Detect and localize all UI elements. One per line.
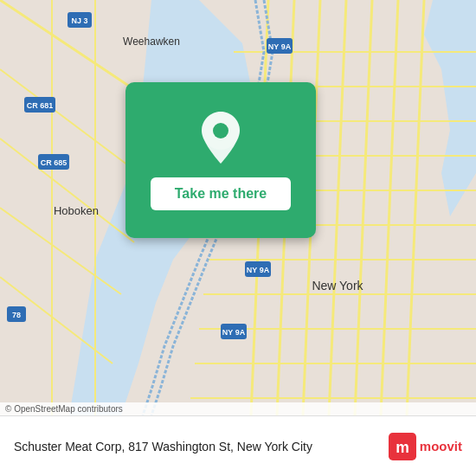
bottom-bar: Schuster Meat Corp, 817 Washington St, N… [0,415,476,476]
moovit-text: moovit [420,439,462,453]
svg-text:NY 9A: NY 9A [268,42,292,51]
svg-text:78: 78 [12,311,21,319]
map-container: NJ 3 CR 681 CR 685 NY 9A NY 9A NY 9A 78 … [0,0,476,415]
svg-text:CR 681: CR 681 [27,101,54,110]
location-pin-icon [197,110,244,165]
moovit-m-icon: m [389,433,416,460]
svg-text:NY 9A: NY 9A [222,328,246,337]
svg-point-46 [213,123,228,138]
take-me-there-button[interactable]: Take me there [151,177,291,210]
svg-text:m: m [396,439,409,456]
card-overlay: Take me there [125,82,316,238]
svg-text:NJ 3: NJ 3 [71,16,87,25]
attribution-bar: © OpenStreetMap contributors [0,402,476,415]
location-text: Schuster Meat Corp, 817 Washington St, N… [14,440,389,453]
moovit-logo: m moovit [389,433,462,460]
svg-text:NY 9A: NY 9A [247,266,270,274]
attribution-text: © OpenStreetMap contributors [5,404,123,414]
svg-text:New York: New York [312,279,363,293]
svg-text:Hoboken: Hoboken [54,204,99,217]
svg-text:Weehawken: Weehawken [123,35,180,48]
svg-text:CR 685: CR 685 [41,158,68,167]
